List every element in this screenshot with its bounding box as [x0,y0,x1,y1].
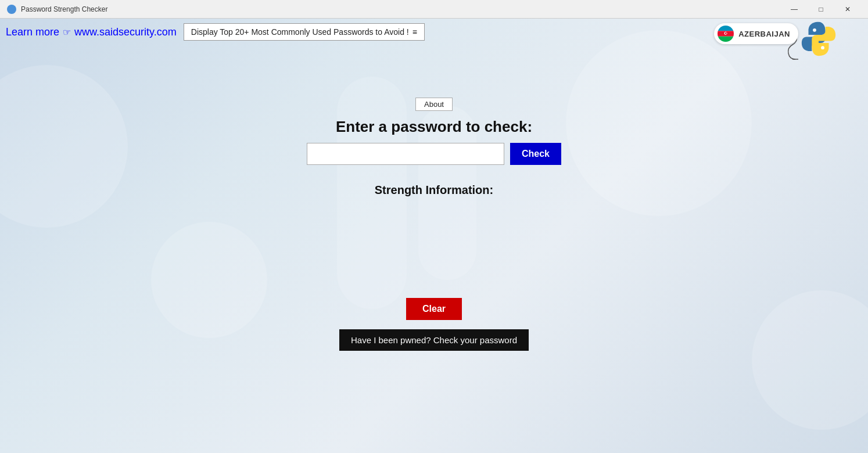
svg-point-7 [821,46,824,49]
python-logo [798,19,839,59]
learn-more-link[interactable]: Learn more ☞ www.saidsecurity.com [6,26,177,38]
svg-rect-2 [718,26,734,31]
password-input[interactable] [307,143,504,165]
menu-icon: ≡ [413,27,417,37]
common-passwords-button[interactable]: Display Top 20+ Most Commonly Used Passw… [184,23,425,41]
title-bar: Password Strength Checker — □ ✕ [0,0,868,19]
common-passwords-label: Display Top 20+ Most Commonly Used Passw… [191,27,409,37]
flag-badge[interactable]: ☪ AZERBAIJAN [714,23,798,44]
bg-decoration-3 [566,30,752,216]
country-label: AZERBAIJAN [738,30,790,38]
bg-decoration-1 [0,65,128,228]
app-icon [7,5,16,14]
about-button[interactable]: About [415,98,453,111]
minimize-button[interactable]: — [781,0,808,19]
website-url: www.saidsecurity.com [74,26,177,38]
window-title: Password Strength Checker [21,5,781,13]
svg-text:☪: ☪ [724,31,728,36]
strength-info-area [318,204,550,274]
strength-label: Strength Information: [375,184,493,197]
bg-decoration-2 [151,222,267,338]
svg-rect-4 [718,37,734,42]
main-title: Enter a password to check: [336,118,532,136]
close-button[interactable]: ✕ [834,0,861,19]
learn-more-text: Learn more [6,26,59,38]
clear-button[interactable]: Clear [406,298,462,320]
hand-icon: ☞ [63,27,71,38]
password-row: Check [307,143,561,165]
maximize-button[interactable]: □ [808,0,834,19]
flag-icon: ☪ [718,26,734,42]
window-controls: — □ ✕ [781,0,861,19]
svg-point-6 [813,28,816,32]
pwned-bar[interactable]: Have I been pwned? Check your password [339,329,529,351]
main-area: Learn more ☞ www.saidsecurity.com Displa… [0,19,868,453]
bg-decoration-4 [752,290,868,430]
check-button[interactable]: Check [510,143,561,165]
center-content: About Enter a password to check: Check S… [307,98,561,351]
